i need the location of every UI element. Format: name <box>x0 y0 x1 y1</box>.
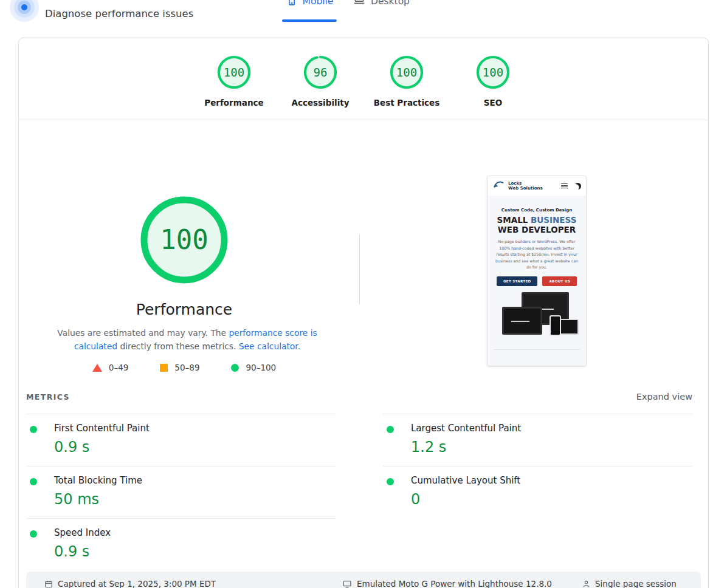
main-performance-gauge: 100 <box>140 196 228 284</box>
seo-score-value: 100 <box>476 55 510 89</box>
calendar-icon <box>44 579 53 588</box>
lighthouse-report-card: 100 Performance 96 Accessibility 100 <box>18 38 709 588</box>
best-practices-score-value: 100 <box>390 55 424 89</box>
pass-dot-icon <box>387 426 394 433</box>
metric-value: 1.2 s <box>411 439 692 456</box>
performance-section-title: Performance <box>19 301 350 318</box>
session-text: Single page session <box>595 579 677 588</box>
score-performance[interactable]: 100 Performance <box>198 55 270 108</box>
legend-average: 50–89 <box>160 363 199 372</box>
tab-desktop-label: Desktop <box>371 0 410 7</box>
metrics-column-right: Largest Contentful Paint 1.2 s Cumulativ… <box>383 414 692 570</box>
metric-first-contentful-paint: First Contentful Paint 0.9 s <box>26 414 336 466</box>
score-legend: 0–49 50–89 90–100 <box>19 363 350 372</box>
performance-score-label: Performance <box>198 98 270 108</box>
tab-mobile-label: Mobile <box>303 0 334 7</box>
legend-pass-range: 90–100 <box>246 363 276 372</box>
metric-largest-contentful-paint: Largest Contentful Paint 1.2 s <box>383 414 692 466</box>
fail-triangle-icon <box>92 364 102 372</box>
performance-score-value: 100 <box>217 55 251 89</box>
accessibility-gauge: 96 <box>303 55 337 89</box>
headline-rest: WEB DEVELOPER <box>498 225 576 234</box>
hamburger-menu-icon <box>561 183 568 189</box>
average-square-icon <box>160 364 168 372</box>
brand-line-1: Locks <box>508 181 522 186</box>
metric-speed-index: Speed Index 0.9 s <box>26 518 336 570</box>
about-us-button: ABOUT US <box>542 276 577 286</box>
score-accessibility[interactable]: 96 Accessibility <box>284 55 357 108</box>
metrics-section-title: METRICS <box>26 392 70 402</box>
devices-mockup-image <box>494 292 580 344</box>
accessibility-score-value: 96 <box>303 55 337 89</box>
desktop-laptop-icon <box>353 0 366 9</box>
metric-name: Total Blocking Time <box>54 475 336 486</box>
pass-dot-icon <box>30 426 37 433</box>
headline-small: SMALL <box>497 215 531 225</box>
score-seo[interactable]: 100 SEO <box>457 55 529 108</box>
accessibility-score-label: Accessibility <box>284 98 357 108</box>
disclaimer-text-2: directly from these metrics. <box>117 341 239 351</box>
seo-score-label: SEO <box>457 98 529 108</box>
site-logo-icon <box>492 179 506 193</box>
expand-view-button[interactable]: Expand view <box>636 392 692 402</box>
metrics-header: METRICS Expand view <box>26 392 692 402</box>
emulated-device-text: Emulated Moto G Power with Lighthouse 12… <box>357 579 552 588</box>
site-tagline: Custom Code, Custom Design <box>494 208 580 213</box>
metric-name: Cumulative Layout Shift <box>411 475 692 486</box>
best-practices-gauge: 100 <box>390 55 424 89</box>
metric-name: Speed Index <box>54 527 336 538</box>
metric-name: First Contentful Paint <box>54 423 336 434</box>
person-icon <box>582 579 590 588</box>
see-calculator-link[interactable]: See calculator. <box>239 341 300 351</box>
capture-info-bar: Captured at Sep 1, 2025, 3:00 PM EDT Emu… <box>26 572 701 588</box>
seo-gauge: 100 <box>476 55 510 89</box>
emulated-device-item: Emulated Moto G Power with Lighthouse 12… <box>342 579 552 588</box>
legend-average-range: 50–89 <box>174 363 199 372</box>
best-practices-score-label: Best Practices <box>370 98 443 108</box>
site-paragraph: No page builders or WordPress. We offer … <box>495 239 579 270</box>
tab-mobile[interactable]: Mobile <box>274 0 345 24</box>
legend-fail: 0–49 <box>92 363 129 372</box>
metric-value: 0 <box>411 491 692 508</box>
legend-fail-range: 0–49 <box>109 363 129 372</box>
vertical-divider <box>359 234 360 304</box>
headline-business: BUSINESS <box>531 215 576 225</box>
metric-value: 0.9 s <box>54 543 336 560</box>
get-started-button: GET STARTED <box>497 276 538 286</box>
mobile-phone-icon <box>286 0 298 9</box>
thumb-site-body: Custom Code, Custom Design SMALL BUSINES… <box>488 196 586 366</box>
site-brand-text: Locks Web Solutions <box>508 181 543 191</box>
brand-line-2: Web Solutions <box>508 186 543 191</box>
main-performance-score: 100 <box>140 196 228 284</box>
section-divider <box>19 120 708 120</box>
metric-cumulative-layout-shift: Cumulative Layout Shift 0 <box>383 466 692 518</box>
active-tab-underline <box>282 19 337 22</box>
metric-name: Largest Contentful Paint <box>411 423 692 434</box>
pass-circle-icon <box>231 364 239 372</box>
disclaimer-text-1: Values are estimated and may vary. The <box>57 328 229 338</box>
pass-dot-icon <box>30 478 37 485</box>
dark-mode-moon-icon <box>574 183 581 190</box>
captured-at-item: Captured at Sep 1, 2025, 3:00 PM EDT <box>44 579 216 588</box>
score-best-practices[interactable]: 100 Best Practices <box>370 55 443 108</box>
metric-value: 0.9 s <box>54 439 336 456</box>
site-headline: SMALL BUSINESS WEB DEVELOPER <box>494 215 580 234</box>
performance-gauge: 100 <box>217 55 251 89</box>
thumb-site-header: Locks Web Solutions <box>488 176 586 196</box>
pass-dot-icon <box>30 530 37 538</box>
tab-desktop[interactable]: Desktop <box>345 0 417 24</box>
device-tabs: Mobile Desktop <box>274 0 417 24</box>
site-cta-row: GET STARTED ABOUT US <box>494 276 580 286</box>
session-item: Single page session <box>582 579 677 588</box>
thumb-footer-divider <box>494 349 580 350</box>
category-scores-row: 100 Performance 96 Accessibility 100 <box>19 55 708 108</box>
emulated-device-icon <box>342 579 352 588</box>
page-screenshot-thumbnail[interactable]: Locks Web Solutions Custom Code, Custom … <box>487 176 587 366</box>
legend-pass: 90–100 <box>231 363 276 372</box>
metric-total-blocking-time: Total Blocking Time 50 ms <box>26 466 336 518</box>
diagnose-performance-label: Diagnose performance issues <box>45 8 193 19</box>
insights-radar-icon <box>10 0 39 22</box>
score-disclaimer: Values are estimated and may vary. The p… <box>44 326 330 353</box>
metrics-grid: First Contentful Paint 0.9 s Total Block… <box>26 414 692 570</box>
metric-value: 50 ms <box>54 491 336 508</box>
